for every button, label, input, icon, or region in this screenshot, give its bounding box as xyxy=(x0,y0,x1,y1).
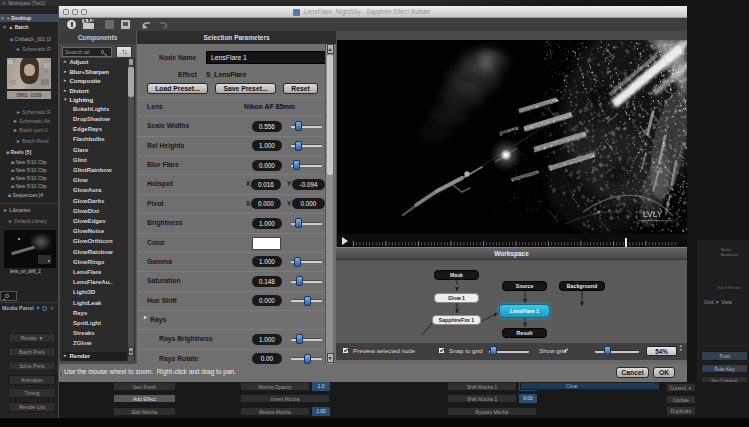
svg-text:LVLY: LVLY xyxy=(643,209,663,219)
